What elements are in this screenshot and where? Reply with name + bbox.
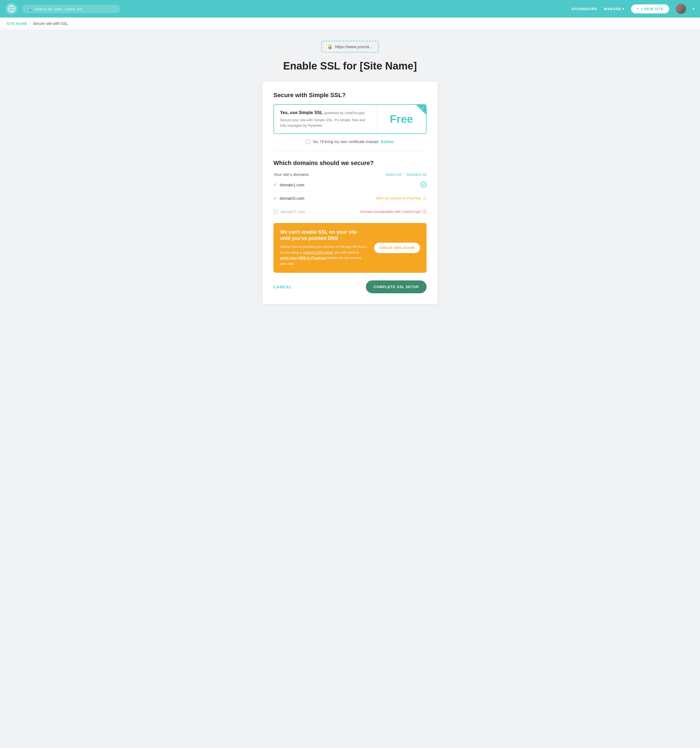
action-separator: |: [403, 172, 404, 176]
ssl-free-label: Free: [390, 113, 413, 125]
incompatible-text: Domain incompatible with LetsEncrypt: [360, 210, 421, 214]
card-footer: CANCEL COMPLETE SSL SETUP: [273, 273, 427, 293]
domain-actions: Select All | Deselect All: [386, 172, 427, 177]
breadcrumb: SITE NAME › Secure site with SSL: [0, 18, 700, 30]
avatar[interactable]: [676, 3, 686, 14]
simple-ssl-option[interactable]: ✓ Yes, use Simple SSL (powered by LetsEn…: [273, 104, 427, 134]
dashboard-link[interactable]: DASHBOARD: [572, 7, 597, 11]
domain-status-ok-icon: [421, 182, 427, 188]
url-text: https://www.yoursit...: [335, 44, 373, 49]
ssl-option-powered: (powered by LetsEncrypt): [324, 111, 364, 115]
own-cert-price: $10/mo: [381, 140, 394, 144]
cancel-button[interactable]: CANCEL: [273, 282, 292, 292]
breadcrumb-page: Secure site with SSL: [33, 21, 68, 26]
search-input[interactable]: [34, 6, 116, 11]
domain-name: domain7.com: [281, 209, 305, 214]
warning-title: We can't enable SSL on your site until y…: [280, 229, 369, 242]
check-dns-button[interactable]: CHECK DNS AGAIN: [374, 243, 420, 253]
point-dns-link[interactable]: point your DNS to Flywheel: [280, 256, 326, 260]
breadcrumb-separator: ›: [29, 21, 30, 26]
warning-text: We can't enable SSL on your site until y…: [280, 229, 369, 267]
url-preview-bar: 🔒 https://www.yoursit...: [321, 41, 379, 53]
warning-body: Unless you've pointed your domain in the…: [280, 244, 369, 267]
search-icon: 🔍: [26, 6, 32, 12]
section-divider: [273, 152, 427, 152]
select-all-link[interactable]: Select All: [386, 172, 401, 177]
domain-row-left: domain7.com: [273, 209, 305, 214]
domain-row: ✓ domain1.com: [273, 178, 427, 192]
domain-check-icon: ✓: [273, 196, 277, 201]
warning-icon: ⚠: [423, 196, 427, 201]
avatar-chevron-icon: ▾: [692, 7, 694, 11]
search-bar[interactable]: 🔍: [22, 5, 120, 13]
new-site-button[interactable]: + + NEW SITE: [631, 5, 669, 14]
domain-status-warn: DNS not pointed to Flywheel ⚠: [376, 196, 427, 201]
domain-status-error: Domain incompatible with LetsEncrypt ⓘ: [360, 209, 427, 214]
custom-cdn-link[interactable]: custom CDN setup: [303, 250, 333, 254]
complete-ssl-button[interactable]: COMPLETE SSL SETUP: [366, 280, 427, 293]
your-domains-label: Your site's domains: [273, 172, 309, 177]
chevron-down-icon: ▾: [623, 7, 624, 11]
domains-section-title: Which domains should we secure?: [273, 160, 427, 167]
logo[interactable]: [6, 3, 18, 15]
dns-warning-box: We can't enable SSL on your site until y…: [273, 223, 427, 273]
page-title: Enable SSL for [Site Name]: [283, 60, 417, 72]
svg-point-3: [421, 182, 426, 187]
ssl-option-description: Secure your site with Simple SSL. It's s…: [280, 117, 370, 128]
domain-checkbox-disabled[interactable]: [273, 210, 278, 214]
domain-row: domain7.com Domain incompatible with Let…: [273, 205, 427, 219]
domain-row-left: ✓ domain1.com: [273, 182, 304, 187]
domain-row: ✓ domain5.com DNS not pointed to Flywhee…: [273, 192, 427, 205]
error-icon: ⓘ: [422, 209, 427, 214]
domain-name: domain1.com: [280, 182, 304, 187]
domains-header: Your site's domains Select All | Deselec…: [273, 172, 427, 177]
breadcrumb-site-name[interactable]: SITE NAME: [6, 21, 27, 26]
ssl-option-price: Free: [377, 105, 426, 134]
ssl-setup-card: Secure with Simple SSL? ✓ Yes, use Simpl…: [263, 82, 437, 304]
deselect-all-link[interactable]: Deselect All: [407, 172, 427, 177]
main-content: 🔒 https://www.yoursit... Enable SSL for …: [0, 30, 700, 321]
domain-check-icon: ✓: [273, 182, 277, 187]
own-cert-checkbox[interactable]: [306, 140, 310, 144]
manage-menu[interactable]: MANAGE ▾: [604, 7, 625, 11]
dns-warn-text: DNS not pointed to Flywheel: [376, 196, 421, 200]
navbar: 🔍 DASHBOARD MANAGE ▾ + + NEW SITE ▾: [0, 0, 700, 18]
domain-row-left: ✓ domain5.com: [273, 196, 304, 201]
domain-name: domain5.com: [280, 196, 304, 201]
simple-ssl-section-title: Secure with Simple SSL?: [273, 92, 427, 99]
plus-icon: +: [636, 7, 639, 11]
own-cert-row[interactable]: No, I'll bring my own certificate instea…: [273, 140, 427, 144]
ssl-option-left: Yes, use Simple SSL (powered by LetsEncr…: [274, 105, 377, 134]
ssl-option-title-bold: Yes, use Simple SSL: [280, 110, 323, 115]
nav-right: DASHBOARD MANAGE ▾ + + NEW SITE ▾: [572, 3, 694, 14]
lock-icon: 🔒: [327, 44, 333, 49]
own-cert-label: No, I'll bring my own certificate instea…: [313, 140, 378, 144]
